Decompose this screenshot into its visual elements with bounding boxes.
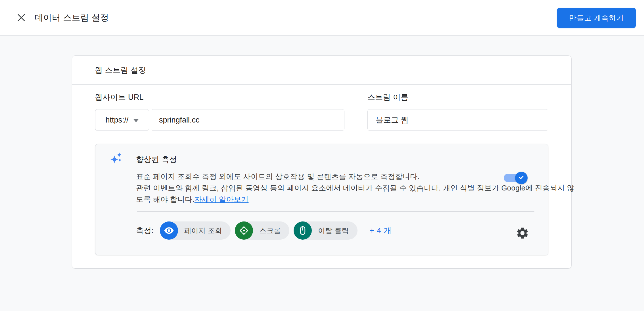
- close-button[interactable]: [14, 11, 28, 25]
- stream-name-label: 스트림 이름: [367, 92, 408, 102]
- web-stream-card: 웹 스트림 설정 웹사이트 URL 스트림 이름 https:// 향상된 측정…: [72, 55, 572, 269]
- mouse-icon: [294, 221, 312, 240]
- more-measurements-link[interactable]: + 4 개: [370, 225, 392, 236]
- measure-label: 측정:: [136, 225, 154, 236]
- divider: [137, 211, 534, 212]
- website-url-label: 웹사이트 URL: [95, 92, 144, 102]
- scroll-icon: [235, 221, 253, 240]
- website-url-input[interactable]: [151, 109, 344, 131]
- close-icon: [16, 12, 27, 24]
- protocol-selected-value: https://: [105, 116, 128, 125]
- create-and-continue-button[interactable]: 만들고 계속하기: [557, 8, 636, 28]
- stream-name-input[interactable]: [367, 109, 548, 131]
- data-stream-setup-dialog: 데이터 스트림 설정 만들고 계속하기 웹 스트림 설정 웹사이트 URL 스트…: [0, 0, 644, 311]
- page-title: 데이터 스트림 설정: [35, 0, 109, 36]
- measurement-chips-row: 측정: 페이지 조회: [136, 221, 534, 240]
- eye-icon: [160, 221, 178, 240]
- top-bar: 데이터 스트림 설정 만들고 계속하기: [0, 0, 644, 36]
- learn-more-link[interactable]: 자세히 알아보기: [195, 195, 249, 204]
- enhanced-measurement-title: 향상된 측정: [136, 154, 177, 165]
- description-line-3: 도록 해야 합니다.자세히 알아보기: [136, 194, 574, 205]
- gear-icon: [516, 226, 529, 241]
- chip-page-view: 페이지 조회: [160, 221, 231, 240]
- chip-label: 스크롤: [253, 226, 289, 235]
- chevron-down-icon: [133, 119, 139, 122]
- protocol-select[interactable]: https://: [95, 109, 149, 131]
- check-icon: [517, 173, 525, 183]
- chip-label: 페이지 조회: [178, 226, 231, 235]
- chip-scroll: 스크롤: [235, 221, 289, 240]
- enhanced-measurement-toggle[interactable]: [504, 174, 526, 182]
- chip-outbound-click: 이탈 클릭: [294, 221, 357, 240]
- toggle-thumb: [515, 172, 528, 184]
- measurement-settings-button[interactable]: [515, 226, 530, 241]
- chip-label: 이탈 클릭: [312, 226, 357, 235]
- enhanced-measurement-panel: 향상된 측정 표준 페이지 조회수 측정 외에도 사이트의 상호작용 및 콘텐츠…: [95, 144, 548, 255]
- card-title: 웹 스트림 설정: [72, 56, 571, 85]
- sparkle-icon: [110, 152, 123, 166]
- description-line-2: 관련 이벤트와 함께 링크, 삽입된 동영상 등의 페이지 요소에서 데이터가 …: [136, 182, 574, 194]
